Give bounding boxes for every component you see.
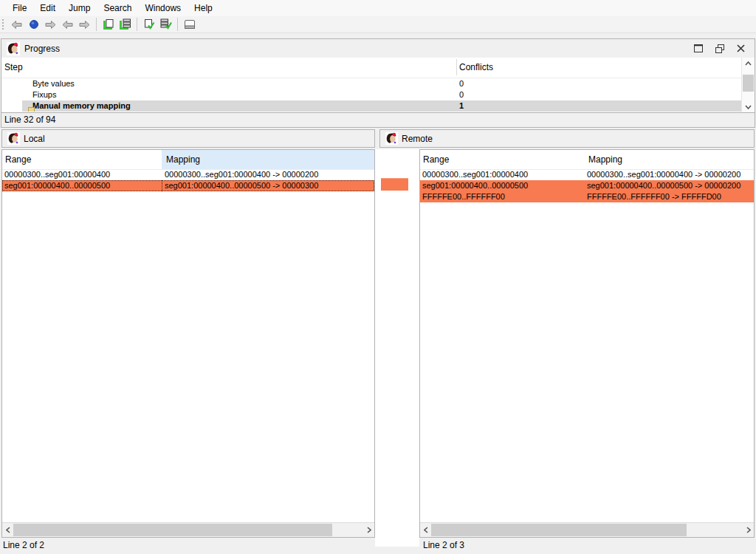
focus-cell-divider <box>162 180 162 191</box>
progress-line-indicator: Line 32 of 94 <box>4 114 55 125</box>
table-row-selected[interactable]: Manual memory mapping 1 <box>1 100 742 112</box>
table-row[interactable]: Fixups 0 <box>1 89 742 100</box>
table-row-selected[interactable]: seg001:00000400..00000500 seg001:0000040… <box>2 180 374 191</box>
range-cell: seg001:00000400..00000500 <box>422 180 528 191</box>
column-header-range[interactable]: Range <box>423 154 449 165</box>
step-cell: Manual memory mapping <box>32 100 131 112</box>
mapping-cell: seg001:00000400..00000500 -> 00000300 <box>165 180 318 191</box>
scroll-down-icon[interactable] <box>742 101 755 112</box>
segment-list-icon[interactable] <box>117 17 134 32</box>
table-row[interactable]: 00000300..seg001:00000400 00000300..seg0… <box>420 169 754 180</box>
column-header-mapping-label: Mapping <box>166 154 200 165</box>
column-divider[interactable] <box>456 59 457 75</box>
window-controls <box>693 44 746 53</box>
range-cell: 00000300..seg001:00000400 <box>4 169 110 179</box>
table-row-selected[interactable]: seg001:00000400..00000500 seg001:0000040… <box>420 180 754 191</box>
mapping-cell: 00000300..seg001:00000400 -> 00000200 <box>587 169 740 179</box>
window-face-icon <box>7 42 20 55</box>
remote-panel-titlebar[interactable]: Remote <box>379 129 755 148</box>
local-table-header: Range Mapping <box>2 150 374 170</box>
scrollbar-thumb[interactable] <box>743 75 754 92</box>
mapping-cell: 00000300..seg001:00000400 -> 00000200 <box>165 169 318 179</box>
scroll-up-icon[interactable] <box>742 58 755 69</box>
toolbar-separator <box>177 18 178 31</box>
toolbar-separator <box>96 18 97 31</box>
scroll-right-icon[interactable] <box>363 523 374 537</box>
table-row-selected[interactable]: FFFFFE00..FFFFFF00 FFFFFE00..FFFFFF00 ->… <box>420 191 754 202</box>
document-check-icon[interactable] <box>140 17 157 32</box>
menu-jump[interactable]: Jump <box>62 0 97 16</box>
panel-gutter <box>375 149 419 547</box>
menu-windows[interactable]: Windows <box>138 0 188 16</box>
conflicts-cell: 1 <box>459 100 464 112</box>
selected-match-marker <box>381 178 408 191</box>
local-line-indicator: Line 2 of 2 <box>3 540 44 550</box>
maximize-button[interactable] <box>693 44 703 53</box>
app-window: File Edit Jump Search Windows Help <box>0 0 756 554</box>
nav-current-icon[interactable] <box>25 17 42 32</box>
remote-line-indicator: Line 2 of 3 <box>423 540 464 550</box>
local-panel-title: Local <box>24 134 45 144</box>
scroll-left-icon[interactable] <box>2 523 13 537</box>
progress-table: Step Conflicts Byte values 0 Fixups 0 Ma… <box>1 58 755 113</box>
nav-back-icon[interactable] <box>8 17 25 32</box>
document-list-icon[interactable] <box>100 17 117 32</box>
table-row[interactable]: Byte values 0 <box>1 78 742 89</box>
column-header-range[interactable]: Range <box>5 154 31 165</box>
window-face-icon <box>385 132 398 145</box>
menu-help[interactable]: Help <box>188 0 219 16</box>
range-cell: FFFFFE00..FFFFFF00 <box>422 191 505 202</box>
nav-forward-icon[interactable] <box>42 17 59 32</box>
history-back-icon[interactable] <box>59 17 76 32</box>
mapping-cell: seg001:00000400..00000500 -> 00000200 <box>587 180 740 191</box>
progress-window-title: Progress <box>24 44 60 54</box>
remote-status-text: Line 2 of 3 <box>423 540 464 550</box>
local-horizontal-scrollbar[interactable] <box>2 522 374 537</box>
menu-search[interactable]: Search <box>97 0 138 16</box>
menu-file[interactable]: File <box>6 0 33 16</box>
menu-bar: File Edit Jump Search Windows Help <box>0 0 756 16</box>
desktop-window-icon[interactable] <box>181 17 198 32</box>
toolbar-separator <box>137 18 137 31</box>
range-cell: 00000300..seg001:00000400 <box>422 169 528 179</box>
scrollbar-thumb[interactable] <box>431 524 687 536</box>
remote-horizontal-scrollbar[interactable] <box>420 522 754 537</box>
toolbar <box>0 16 756 33</box>
scrollbar-thumb[interactable] <box>13 524 332 536</box>
scroll-left-icon[interactable] <box>420 523 431 537</box>
column-header-mapping-label: Mapping <box>588 154 622 165</box>
step-cell: Fixups <box>32 89 56 100</box>
menu-edit[interactable]: Edit <box>33 0 62 16</box>
local-panel-titlebar[interactable]: Local <box>1 129 375 148</box>
table-row[interactable]: 00000300..seg001:00000400 00000300..seg0… <box>2 169 374 180</box>
remote-panel-title: Remote <box>402 134 433 144</box>
conflicts-cell: 0 <box>459 89 464 100</box>
progress-table-header: Step Conflicts <box>1 58 742 78</box>
progress-vertical-scrollbar[interactable] <box>741 58 755 112</box>
folder-icon-partial <box>28 107 35 112</box>
progress-status-bar: Line 32 of 94 <box>1 113 755 128</box>
scroll-right-icon[interactable] <box>743 523 754 537</box>
range-cell: seg001:00000400..00000500 <box>4 180 110 191</box>
local-table: Range Mapping 00000300..seg001:00000400 … <box>1 149 375 538</box>
toolbar-drag-handle[interactable] <box>1 18 4 30</box>
restore-button[interactable] <box>715 44 724 53</box>
column-header-conflicts[interactable]: Conflicts <box>459 62 493 72</box>
step-cell: Byte values <box>32 78 75 89</box>
column-header-step[interactable]: Step <box>4 62 23 72</box>
mapping-cell: FFFFFE00..FFFFFF00 -> FFFFFD00 <box>587 191 721 202</box>
local-status-text: Line 2 of 2 <box>3 540 44 550</box>
history-forward-icon[interactable] <box>76 17 93 32</box>
column-header-mapping[interactable]: Mapping <box>162 150 374 169</box>
progress-titlebar[interactable]: Progress <box>1 38 755 58</box>
remote-table: Range Mapping 00000300..seg001:00000400 … <box>419 149 755 538</box>
segment-check-icon[interactable] <box>157 17 174 32</box>
column-header-mapping[interactable]: Mapping <box>584 150 754 169</box>
close-icon[interactable] <box>736 44 746 53</box>
remote-table-header: Range Mapping <box>420 150 754 170</box>
window-face-icon <box>7 132 20 145</box>
conflicts-cell: 0 <box>459 78 464 89</box>
